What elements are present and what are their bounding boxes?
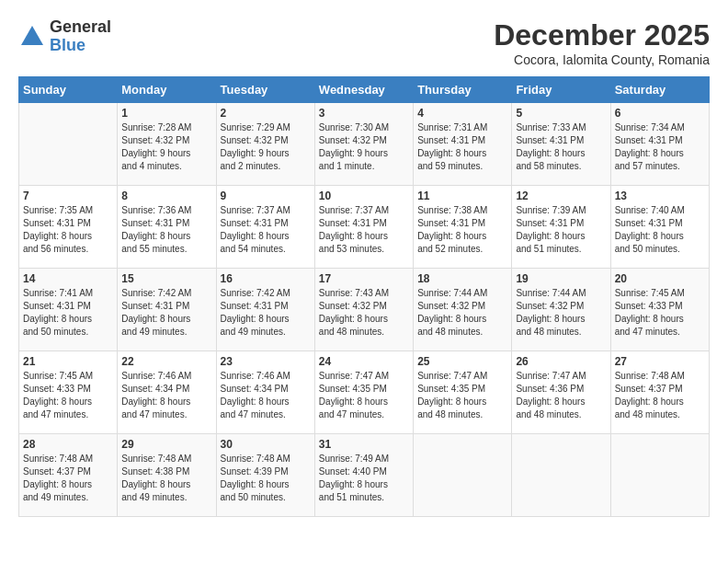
title-area: December 2025 Cocora, Ialomita County, R… — [494, 18, 710, 67]
day-number: 18 — [417, 272, 507, 285]
day-number: 9 — [221, 190, 311, 202]
day-content: Sunrise: 7:37 AM Sunset: 4:31 PM Dayligh… — [319, 205, 389, 254]
calendar-cell: 10Sunrise: 7:37 AM Sunset: 4:31 PM Dayli… — [314, 186, 413, 269]
day-content: Sunrise: 7:31 AM Sunset: 4:31 PM Dayligh… — [417, 122, 487, 171]
day-number: 19 — [516, 272, 606, 285]
logo-text: General Blue — [50, 18, 111, 55]
calendar-cell: 27Sunrise: 7:48 AM Sunset: 4:37 PM Dayli… — [610, 351, 709, 434]
day-content: Sunrise: 7:29 AM Sunset: 4:32 PM Dayligh… — [221, 122, 290, 171]
calendar-week-row: 14Sunrise: 7:41 AM Sunset: 4:31 PM Dayli… — [19, 269, 710, 351]
calendar-cell: 22Sunrise: 7:46 AM Sunset: 4:34 PM Dayli… — [118, 351, 216, 434]
day-content: Sunrise: 7:38 AM Sunset: 4:31 PM Dayligh… — [417, 205, 487, 254]
day-number: 8 — [121, 190, 211, 202]
calendar-cell: 23Sunrise: 7:46 AM Sunset: 4:34 PM Dayli… — [216, 351, 314, 434]
calendar-cell — [19, 103, 118, 186]
calendar-cell: 26Sunrise: 7:47 AM Sunset: 4:36 PM Dayli… — [512, 351, 610, 434]
day-content: Sunrise: 7:43 AM Sunset: 4:32 PM Dayligh… — [319, 288, 389, 337]
day-number: 15 — [121, 272, 211, 285]
day-number: 25 — [417, 355, 507, 368]
month-title: December 2025 — [494, 18, 710, 52]
calendar-cell — [512, 434, 610, 517]
location: Cocora, Ialomita County, Romania — [494, 52, 710, 67]
svg-marker-0 — [21, 26, 43, 45]
day-content: Sunrise: 7:44 AM Sunset: 4:32 PM Dayligh… — [516, 288, 586, 337]
calendar-cell: 2Sunrise: 7:29 AM Sunset: 4:32 PM Daylig… — [216, 103, 314, 186]
day-content: Sunrise: 7:47 AM Sunset: 4:36 PM Dayligh… — [516, 371, 586, 419]
day-number: 14 — [23, 272, 113, 285]
day-content: Sunrise: 7:36 AM Sunset: 4:31 PM Dayligh… — [121, 205, 191, 254]
calendar-body: 1Sunrise: 7:28 AM Sunset: 4:32 PM Daylig… — [19, 103, 710, 517]
day-number: 27 — [615, 355, 705, 368]
calendar-header: SundayMondayTuesdayWednesdayThursdayFrid… — [19, 77, 710, 103]
day-content: Sunrise: 7:35 AM Sunset: 4:31 PM Dayligh… — [23, 205, 93, 254]
page-header: General Blue December 2025 Cocora, Ialom… — [18, 18, 710, 67]
day-content: Sunrise: 7:48 AM Sunset: 4:38 PM Dayligh… — [121, 454, 191, 502]
day-content: Sunrise: 7:48 AM Sunset: 4:37 PM Dayligh… — [615, 371, 685, 419]
day-number: 1 — [121, 107, 211, 120]
day-number: 26 — [516, 355, 606, 368]
logo-general: General — [50, 18, 111, 37]
calendar-cell: 6Sunrise: 7:34 AM Sunset: 4:31 PM Daylig… — [610, 103, 709, 186]
calendar-cell: 12Sunrise: 7:39 AM Sunset: 4:31 PM Dayli… — [512, 186, 610, 269]
day-number: 13 — [615, 190, 705, 202]
calendar-cell: 14Sunrise: 7:41 AM Sunset: 4:31 PM Dayli… — [19, 269, 118, 351]
day-content: Sunrise: 7:47 AM Sunset: 4:35 PM Dayligh… — [319, 371, 389, 419]
calendar-cell: 5Sunrise: 7:33 AM Sunset: 4:31 PM Daylig… — [512, 103, 610, 186]
day-content: Sunrise: 7:49 AM Sunset: 4:40 PM Dayligh… — [319, 454, 389, 502]
calendar-cell: 9Sunrise: 7:37 AM Sunset: 4:31 PM Daylig… — [216, 186, 314, 269]
weekday-header: Friday — [512, 77, 610, 103]
day-number: 7 — [23, 190, 113, 202]
calendar-cell: 31Sunrise: 7:49 AM Sunset: 4:40 PM Dayli… — [314, 434, 413, 517]
calendar-cell: 28Sunrise: 7:48 AM Sunset: 4:37 PM Dayli… — [19, 434, 118, 517]
calendar-cell: 11Sunrise: 7:38 AM Sunset: 4:31 PM Dayli… — [414, 186, 512, 269]
calendar-cell: 30Sunrise: 7:48 AM Sunset: 4:39 PM Dayli… — [216, 434, 314, 517]
calendar-cell: 1Sunrise: 7:28 AM Sunset: 4:32 PM Daylig… — [118, 103, 216, 186]
calendar-cell: 25Sunrise: 7:47 AM Sunset: 4:35 PM Dayli… — [414, 351, 512, 434]
day-number: 2 — [221, 107, 311, 120]
day-number: 23 — [221, 355, 311, 368]
day-number: 5 — [516, 107, 606, 120]
day-number: 31 — [319, 438, 409, 451]
calendar-cell: 13Sunrise: 7:40 AM Sunset: 4:31 PM Dayli… — [610, 186, 709, 269]
calendar-cell: 4Sunrise: 7:31 AM Sunset: 4:31 PM Daylig… — [414, 103, 512, 186]
day-content: Sunrise: 7:41 AM Sunset: 4:31 PM Dayligh… — [23, 288, 93, 337]
day-content: Sunrise: 7:47 AM Sunset: 4:35 PM Dayligh… — [417, 371, 487, 419]
day-number: 6 — [615, 107, 705, 120]
day-number: 24 — [319, 355, 409, 368]
day-number: 11 — [417, 190, 507, 202]
weekday-header: Monday — [118, 77, 216, 103]
calendar-cell: 20Sunrise: 7:45 AM Sunset: 4:33 PM Dayli… — [610, 269, 709, 351]
calendar-cell: 24Sunrise: 7:47 AM Sunset: 4:35 PM Dayli… — [314, 351, 413, 434]
calendar-cell: 18Sunrise: 7:44 AM Sunset: 4:32 PM Dayli… — [414, 269, 512, 351]
day-content: Sunrise: 7:30 AM Sunset: 4:32 PM Dayligh… — [319, 122, 389, 171]
day-content: Sunrise: 7:48 AM Sunset: 4:37 PM Dayligh… — [23, 454, 93, 502]
day-content: Sunrise: 7:46 AM Sunset: 4:34 PM Dayligh… — [121, 371, 191, 419]
logo-icon — [18, 23, 46, 51]
calendar-week-row: 1Sunrise: 7:28 AM Sunset: 4:32 PM Daylig… — [19, 103, 710, 186]
logo: General Blue — [18, 18, 111, 55]
day-content: Sunrise: 7:45 AM Sunset: 4:33 PM Dayligh… — [23, 371, 93, 419]
calendar-cell: 19Sunrise: 7:44 AM Sunset: 4:32 PM Dayli… — [512, 269, 610, 351]
day-content: Sunrise: 7:39 AM Sunset: 4:31 PM Dayligh… — [516, 205, 586, 254]
day-number: 4 — [417, 107, 507, 120]
weekday-header: Wednesday — [314, 77, 413, 103]
calendar-cell: 16Sunrise: 7:42 AM Sunset: 4:31 PM Dayli… — [216, 269, 314, 351]
calendar-cell — [610, 434, 709, 517]
day-content: Sunrise: 7:42 AM Sunset: 4:31 PM Dayligh… — [221, 288, 290, 337]
day-content: Sunrise: 7:46 AM Sunset: 4:34 PM Dayligh… — [221, 371, 290, 419]
day-content: Sunrise: 7:45 AM Sunset: 4:33 PM Dayligh… — [615, 288, 685, 337]
day-number: 30 — [221, 438, 311, 451]
day-number: 29 — [121, 438, 211, 451]
day-content: Sunrise: 7:48 AM Sunset: 4:39 PM Dayligh… — [221, 454, 290, 502]
weekday-header: Saturday — [610, 77, 709, 103]
calendar-table: SundayMondayTuesdayWednesdayThursdayFrid… — [18, 76, 710, 517]
calendar-cell: 7Sunrise: 7:35 AM Sunset: 4:31 PM Daylig… — [19, 186, 118, 269]
calendar-cell: 17Sunrise: 7:43 AM Sunset: 4:32 PM Dayli… — [314, 269, 413, 351]
weekday-header: Sunday — [19, 77, 118, 103]
calendar-week-row: 28Sunrise: 7:48 AM Sunset: 4:37 PM Dayli… — [19, 434, 710, 517]
calendar-cell: 15Sunrise: 7:42 AM Sunset: 4:31 PM Dayli… — [118, 269, 216, 351]
logo-blue: Blue — [50, 37, 111, 55]
day-content: Sunrise: 7:34 AM Sunset: 4:31 PM Dayligh… — [615, 122, 685, 171]
calendar-cell: 3Sunrise: 7:30 AM Sunset: 4:32 PM Daylig… — [314, 103, 413, 186]
weekday-header: Tuesday — [216, 77, 314, 103]
